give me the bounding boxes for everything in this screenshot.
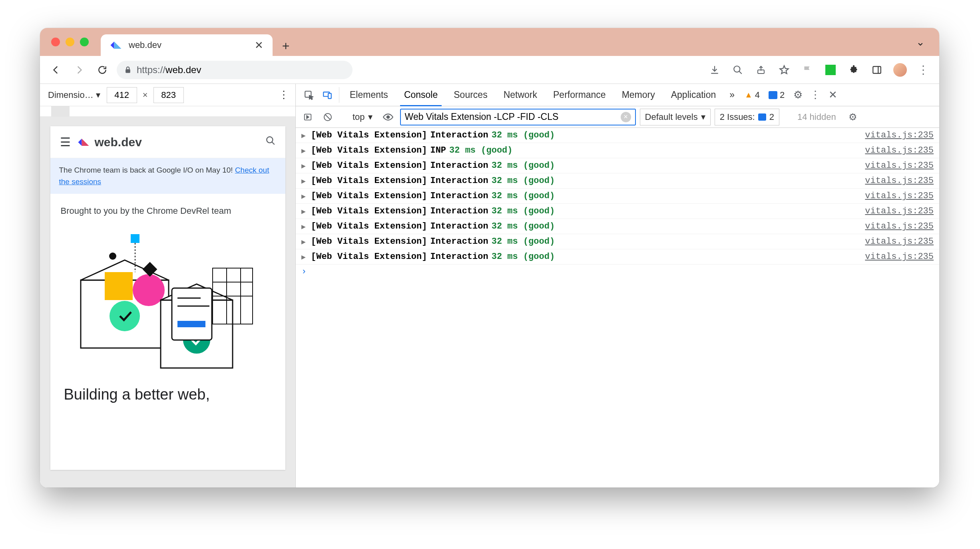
back-button[interactable]: [47, 61, 65, 79]
log-source-link[interactable]: vitals.js:235: [865, 206, 934, 216]
log-source-link[interactable]: vitals.js:235: [865, 176, 934, 186]
rendered-page[interactable]: ☰ web.dev The Chrome: [50, 126, 285, 470]
share-button[interactable]: [752, 61, 770, 79]
issues-button[interactable]: 2 Issues: 2: [715, 109, 779, 125]
forward-button[interactable]: [70, 61, 88, 79]
console-message[interactable]: ▶[Web Vitals Extension] INP 32 ms (good)…: [296, 143, 939, 158]
device-toggle-button[interactable]: [318, 84, 337, 106]
messages-badge[interactable]: 2: [764, 84, 789, 106]
devtools-settings-button[interactable]: ⚙: [789, 84, 807, 106]
device-width-input[interactable]: [107, 87, 137, 103]
context-selector[interactable]: top ▾: [349, 111, 376, 123]
log-source-link[interactable]: vitals.js:235: [865, 130, 934, 140]
extensions-button[interactable]: [845, 61, 862, 79]
devtools-tab-sources[interactable]: Sources: [446, 84, 495, 106]
clear-console-button[interactable]: [320, 109, 336, 125]
log-metric: Interaction: [430, 161, 488, 171]
devtools-tab-elements[interactable]: Elements: [342, 84, 396, 106]
console-message[interactable]: ▶[Web Vitals Extension] Interaction 32 m…: [296, 219, 939, 234]
device-toolbar: Dimensio… ▾ × ⋮: [40, 84, 295, 106]
browser-tab-strip: web.dev ✕ + ⌄: [40, 28, 939, 56]
disclosure-icon: ▶: [301, 192, 308, 201]
disclosure-icon: ▶: [301, 237, 308, 246]
log-levels-dropdown[interactable]: Default levels ▾: [640, 109, 711, 125]
devtools-tab-performance[interactable]: Performance: [545, 84, 614, 106]
warnings-badge[interactable]: ▲ 4: [740, 84, 764, 106]
inspect-element-button[interactable]: [300, 84, 318, 106]
url-text: https://web.dev: [137, 64, 201, 76]
disclosure-icon: ▶: [301, 253, 308, 261]
browser-tab[interactable]: web.dev ✕: [101, 34, 273, 56]
device-dropdown[interactable]: Dimensio… ▾: [46, 88, 103, 102]
reload-button[interactable]: [94, 61, 111, 79]
log-source-link[interactable]: vitals.js:235: [865, 145, 934, 155]
clear-filter-button[interactable]: ×: [621, 112, 631, 122]
search-icon[interactable]: [265, 135, 276, 149]
close-tab-button[interactable]: ✕: [253, 39, 265, 52]
console-prompt[interactable]: ›: [296, 265, 939, 279]
svg-rect-28: [328, 93, 331, 98]
chat-icon: [769, 91, 777, 99]
side-panel-button[interactable]: [868, 61, 886, 79]
disclosure-icon: ▶: [301, 207, 308, 216]
page-brand[interactable]: web.dev: [76, 135, 142, 149]
log-prefix: [Web Vitals Extension]: [311, 252, 427, 262]
disclosure-icon: ▶: [301, 222, 308, 231]
devtools-tab-console[interactable]: Console: [396, 84, 446, 106]
devtools-tabbar: ElementsConsoleSourcesNetworkPerformance…: [296, 84, 939, 106]
tab-list-button[interactable]: ⌄: [916, 28, 925, 56]
console-message[interactable]: ▶[Web Vitals Extension] Interaction 32 m…: [296, 249, 939, 265]
more-tabs-button[interactable]: »: [724, 84, 740, 106]
console-settings-button[interactable]: ⚙: [845, 109, 861, 125]
minimize-window-button[interactable]: [66, 38, 74, 46]
address-bar[interactable]: https://web.dev: [117, 61, 353, 79]
bookmark-button[interactable]: [775, 61, 793, 79]
devtools-menu-button[interactable]: ⋮: [807, 84, 824, 106]
log-source-link[interactable]: vitals.js:235: [865, 237, 934, 247]
devtools-tab-memory[interactable]: Memory: [614, 84, 663, 106]
console-message[interactable]: ▶[Web Vitals Extension] Interaction 32 m…: [296, 204, 939, 219]
log-prefix: [Web Vitals Extension]: [311, 206, 427, 216]
log-source-link[interactable]: vitals.js:235: [865, 252, 934, 262]
hamburger-icon[interactable]: ☰: [60, 135, 71, 149]
log-prefix: [Web Vitals Extension]: [311, 130, 427, 140]
console-message[interactable]: ▶[Web Vitals Extension] Interaction 32 m…: [296, 128, 939, 143]
new-tab-button[interactable]: +: [276, 36, 296, 56]
webdev-favicon: [109, 38, 123, 52]
zoom-button[interactable]: [729, 61, 747, 79]
live-preview-button[interactable]: [380, 109, 396, 125]
console-message[interactable]: ▶[Web Vitals Extension] Interaction 32 m…: [296, 158, 939, 173]
svg-rect-0: [125, 69, 130, 73]
downloads-button[interactable]: [706, 61, 723, 79]
log-metric: Interaction: [430, 130, 488, 140]
log-metric: INP: [430, 145, 446, 155]
svg-rect-3: [873, 66, 881, 73]
announcement-banner: The Chrome team is back at Google I/O on…: [50, 158, 285, 194]
flag-icon[interactable]: [799, 61, 816, 79]
profile-avatar[interactable]: [891, 61, 909, 79]
console-filter-input[interactable]: ×: [400, 109, 636, 125]
device-more-button[interactable]: ⋮: [278, 89, 290, 101]
filter-text-input[interactable]: [405, 111, 617, 122]
devtools-close-button[interactable]: ✕: [824, 84, 842, 106]
disclosure-icon: ▶: [301, 177, 308, 185]
log-source-link[interactable]: vitals.js:235: [865, 191, 934, 201]
close-window-button[interactable]: [51, 38, 60, 46]
svg-point-31: [386, 115, 389, 118]
devtools-tab-network[interactable]: Network: [496, 84, 545, 106]
live-expression-button[interactable]: [300, 109, 316, 125]
console-message[interactable]: ▶[Web Vitals Extension] Interaction 32 m…: [296, 189, 939, 204]
fullscreen-window-button[interactable]: [80, 38, 89, 46]
log-source-link[interactable]: vitals.js:235: [865, 161, 934, 171]
devtools-tab-application[interactable]: Application: [663, 84, 724, 106]
log-source-link[interactable]: vitals.js:235: [865, 221, 934, 231]
svg-point-8: [133, 274, 165, 306]
extension-color-icon[interactable]: [822, 61, 839, 79]
log-metric: Interaction: [430, 191, 488, 201]
browser-menu-button[interactable]: ⋮: [914, 61, 932, 79]
console-message[interactable]: ▶[Web Vitals Extension] Interaction 32 m…: [296, 173, 939, 189]
devtools-panel: ElementsConsoleSourcesNetworkPerformance…: [296, 84, 939, 487]
device-height-input[interactable]: [153, 87, 184, 103]
log-value: 32 ms (good): [492, 252, 555, 262]
console-message[interactable]: ▶[Web Vitals Extension] Interaction 32 m…: [296, 234, 939, 249]
